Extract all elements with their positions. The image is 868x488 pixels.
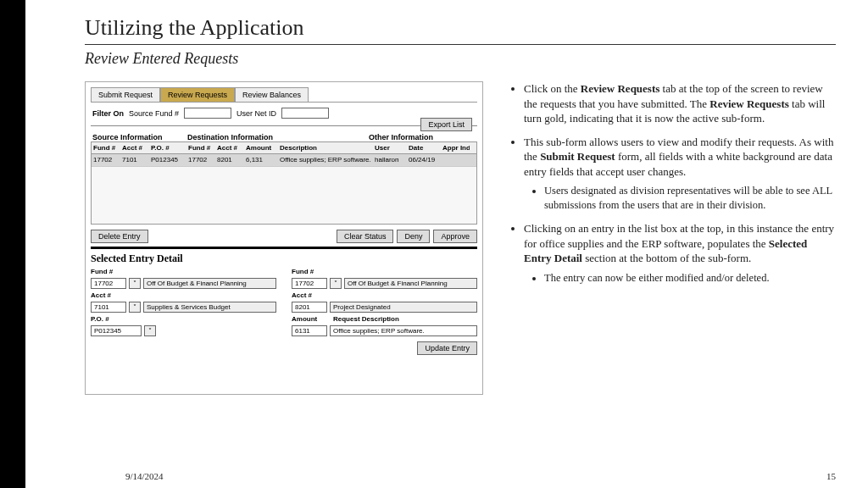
title-rule [85, 44, 836, 45]
chevron-down-icon[interactable]: ˅ [129, 302, 141, 313]
lbl-acct-r: Acct # [292, 291, 477, 299]
footer-page-number: 15 [826, 471, 836, 481]
left-po-field[interactable]: P012345 [91, 325, 142, 336]
col-acct2: Acct # [215, 142, 244, 153]
cell-desc: Office supplies; ERP software. [278, 154, 373, 166]
cell-amount: 6,131 [244, 154, 278, 166]
request-desc-field[interactable]: Office supplies; ERP software. [330, 325, 477, 336]
detail-col-right: Fund # 17702 ˅ Off Of Budget & Financl P… [292, 268, 477, 336]
right-fund-field[interactable]: 17702 [292, 278, 327, 289]
tab-submit-request[interactable]: Submit Request [91, 87, 160, 102]
table-header: Fund # Acct # P.O. # Fund # Acct # Amoun… [92, 142, 476, 154]
lbl-reqdesc: Request Description [333, 315, 477, 323]
filter-source-fund-label: Source Fund # [129, 109, 179, 118]
filter-user-netid-label: User Net ID [236, 109, 276, 118]
table-row[interactable]: 17702 7101 P012345 17702 8201 6,131 Offi… [92, 154, 476, 166]
cell-date: 06/24/19 [407, 154, 441, 166]
filter-row: Filter On Source Fund # User Net ID [91, 103, 477, 124]
cell-appr [441, 154, 470, 166]
group-other: Other Information [369, 133, 476, 141]
cell-acct2: 8201 [215, 154, 244, 166]
left-fund-desc: Off Of Budget & Financl Planning [143, 278, 276, 289]
cell-acct: 7101 [120, 154, 149, 166]
cell-po: P012345 [149, 154, 186, 166]
clear-status-button[interactable]: Clear Status [337, 230, 394, 243]
lbl-acct: Acct # [91, 291, 276, 299]
left-acct-field[interactable]: 7101 [91, 302, 126, 313]
detail-col-left: Fund # 17702 ˅ Off Of Budget & Financl P… [91, 268, 276, 336]
col-date: Date [407, 142, 441, 153]
list-item: Click on the Review Requests tab at the … [524, 81, 836, 126]
column-group-headers: Source Information Destination Informati… [91, 133, 477, 141]
delete-entry-button[interactable]: Delete Entry [91, 230, 148, 243]
group-destination: Destination Information [187, 133, 369, 141]
page-title: Utilizing the Application [85, 15, 836, 41]
list-item: This sub-form allows users to view and m… [524, 135, 836, 213]
rule [91, 125, 477, 126]
lbl-amount: Amount [292, 315, 331, 323]
approve-button[interactable]: Approve [433, 230, 477, 243]
col-acct: Acct # [120, 142, 149, 153]
chevron-down-icon[interactable]: ˅ [129, 278, 141, 289]
footer-date: 9/14/2024 [125, 471, 164, 481]
lbl-fund: Fund # [91, 268, 276, 275]
table-empty-rows [92, 166, 476, 224]
col-fund: Fund # [92, 142, 120, 153]
lbl-po: P.O. # [91, 315, 276, 323]
group-source: Source Information [92, 133, 187, 141]
tab-review-requests[interactable]: Review Requests [160, 87, 235, 102]
slide-accent-bar [0, 0, 25, 488]
filter-label: Filter On [92, 109, 124, 118]
action-row: Delete Entry Clear Status Deny Approve [91, 230, 477, 243]
right-fund-desc: Off Of Budget & Financl Planning [344, 278, 477, 289]
list-item: Clicking on an entry in the list box at … [524, 221, 836, 286]
chevron-down-icon[interactable]: ˅ [144, 325, 156, 336]
user-netid-input[interactable] [281, 108, 329, 119]
tab-bar: Submit Request Review Requests Review Ba… [91, 87, 477, 103]
col-amount: Amount [244, 142, 278, 153]
right-acct-desc: Project Designated [330, 302, 477, 313]
app-screenshot: Submit Request Review Requests Review Ba… [85, 81, 483, 395]
list-item: The entry can now be either modified and… [544, 271, 836, 286]
amount-field[interactable]: 6131 [292, 325, 327, 336]
request-table: Fund # Acct # P.O. # Fund # Acct # Amoun… [91, 141, 477, 225]
col-po: P.O. # [149, 142, 186, 153]
col-fund2: Fund # [186, 142, 215, 153]
left-acct-desc: Supplies & Services Budget [143, 302, 276, 313]
update-entry-button[interactable]: Update Entry [417, 341, 477, 355]
page-subtitle: Review Entered Requests [85, 50, 836, 68]
export-list-button[interactable]: Export List [420, 118, 472, 131]
cell-fund: 17702 [92, 154, 120, 166]
left-fund-field[interactable]: 17702 [91, 278, 126, 289]
detail-heading: Selected Entry Detail [91, 252, 477, 265]
cell-fund2: 17702 [186, 154, 215, 166]
list-item: Users designated as division representat… [544, 184, 836, 213]
deny-button[interactable]: Deny [397, 230, 430, 243]
content-row: Submit Request Review Requests Review Ba… [85, 81, 836, 395]
source-fund-input[interactable] [184, 108, 231, 119]
right-acct-field[interactable]: 8201 [292, 302, 327, 313]
thick-rule [91, 247, 477, 249]
detail-columns: Fund # 17702 ˅ Off Of Budget & Financl P… [91, 268, 477, 336]
lbl-fund-r: Fund # [292, 268, 477, 275]
tab-review-balances[interactable]: Review Balances [235, 87, 309, 102]
col-appr: Appr Ind [441, 142, 470, 153]
cell-user: hallaron [373, 154, 407, 166]
instruction-text: Click on the Review Requests tab at the … [509, 81, 836, 395]
col-description: Description [278, 142, 373, 153]
col-user: User [373, 142, 407, 153]
chevron-down-icon[interactable]: ˅ [330, 278, 342, 289]
slide-body: Utilizing the Application Review Entered… [25, 0, 868, 488]
